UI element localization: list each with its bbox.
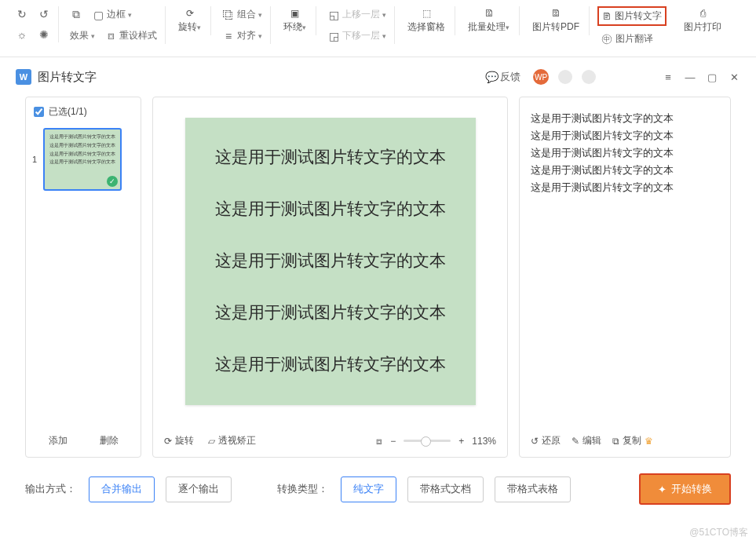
perspective-button[interactable]: ▱透视矫正: [208, 434, 256, 447]
border-label: 边框: [107, 8, 126, 21]
move-up-button[interactable]: ◱上移一层▾: [324, 6, 389, 23]
ribbon-group-transform: ⟳ 旋转▾: [169, 6, 211, 35]
feedback-button[interactable]: 💬反馈: [482, 68, 524, 86]
zoom-controls: ⧈ − + 113%: [376, 436, 496, 447]
align-label: 对齐: [237, 29, 256, 42]
rotate-button[interactable]: ⟳ 旋转▾: [173, 6, 206, 35]
menu-icon[interactable]: ≡: [662, 71, 674, 83]
maximize-icon[interactable]: ▢: [706, 71, 718, 83]
copy-button[interactable]: ⧉复制♛: [612, 434, 653, 447]
merge-output-button[interactable]: 合并输出: [89, 476, 155, 502]
rotate-tool-label: 旋转: [175, 434, 194, 447]
refresh-cw-icon[interactable]: ↻: [13, 6, 31, 22]
effects-label: 效果: [70, 29, 89, 42]
img-to-text-label: 图片转文字: [615, 9, 662, 23]
zoom-slider[interactable]: [404, 440, 451, 442]
restore-button[interactable]: ↺还原: [531, 434, 561, 447]
thumb-index: 1: [31, 155, 38, 164]
effects-button[interactable]: 效果▾: [67, 27, 98, 44]
output-mode-label: 输出方式：: [25, 482, 76, 496]
img-print-label: 图片打印: [684, 20, 721, 34]
restore-label: 还原: [542, 434, 561, 447]
ribbon-group-pdf: 🖺 图片转PDF: [523, 6, 590, 35]
avatar-placeholder-icon: [558, 70, 572, 84]
plain-text-button[interactable]: 纯文字: [341, 476, 396, 502]
each-output-button[interactable]: 逐个输出: [166, 476, 232, 502]
ribbon-group-wrap: ▣ 环绕▾: [274, 6, 316, 35]
move-down-label: 下移一层: [342, 29, 380, 42]
zoom-in-icon[interactable]: +: [458, 436, 464, 447]
fit-icon[interactable]: ⧈: [376, 436, 382, 447]
rotate-label: 旋转: [178, 21, 197, 32]
result-footer: ↺还原 ✎编辑 ⧉复制♛: [520, 425, 730, 457]
titlebar-right: 💬反馈 WP ≡ — ▢ ✕: [482, 68, 740, 86]
preview-line: 这是用于测试图片转文字的文本: [195, 250, 466, 272]
thumbnail-row[interactable]: 1 这是用于测试图片转文字的文本 这是用于测试图片转文字的文本 这是用于测试图片…: [26, 125, 141, 194]
batch-label: 批量处理: [468, 21, 506, 32]
preview-image: 这是用于测试图片转文字的文本 这是用于测试图片转文字的文本 这是用于测试图片转文…: [185, 118, 476, 405]
delete-button[interactable]: 删除: [100, 434, 119, 447]
add-button[interactable]: 添加: [49, 434, 68, 447]
result-line: 这是用于测试图片转文字的文本: [531, 144, 719, 162]
thumb-line: 这是用于测试图片转文字的文本: [48, 150, 117, 159]
ribbon-toolbar: ↻ ↺ ☼ ✺ ⧉ ▢边框▾ 效果▾ ⧈重设样式 ⟳ 旋转▾ ⿻组合▾ ≡对齐▾: [0, 0, 756, 57]
rotate-tool-button[interactable]: ⟳旋转: [164, 434, 194, 447]
formatted-table-button[interactable]: 带格式表格: [495, 476, 571, 502]
edit-icon: ✎: [572, 436, 579, 447]
reset-style-button[interactable]: ⧈重设样式: [101, 27, 160, 44]
avatar[interactable]: WP: [533, 69, 549, 85]
brightness-icon[interactable]: ✺: [35, 27, 53, 42]
ribbon-group-border: ⧉ ▢边框▾ 效果▾ ⧈重设样式: [62, 6, 166, 44]
select-pane-label: 选择窗格: [407, 20, 445, 34]
ribbon-group-arrange: ⿻组合▾ ≡对齐▾: [214, 6, 271, 44]
thumbnail-header: 已选(1/1): [26, 97, 141, 125]
result-line: 这是用于测试图片转文字的文本: [531, 110, 719, 127]
thumb-line: 这是用于测试图片转文字的文本: [48, 158, 117, 166]
select-pane-button[interactable]: ⬚ 选择窗格: [403, 6, 450, 35]
rotate-icon: ⟳: [164, 436, 172, 447]
minimize-icon[interactable]: —: [684, 71, 696, 83]
select-all-checkbox[interactable]: [34, 107, 44, 117]
ribbon-group-layer: ◱上移一层▾ ◲下移一层▾: [320, 6, 395, 44]
sun-icon[interactable]: ☼: [13, 27, 31, 42]
ribbon-group-select: ⬚ 选择窗格: [398, 6, 455, 35]
edit-button[interactable]: ✎编辑: [572, 434, 601, 447]
group-label: 组合: [237, 8, 256, 21]
img-print-button[interactable]: ⎙ 图片打印: [679, 6, 726, 35]
start-convert-label: 开始转换: [671, 482, 712, 496]
titlebar: W 图片转文字 💬反馈 WP ≡ — ▢ ✕: [0, 57, 756, 97]
selected-count: 已选(1/1): [49, 105, 87, 119]
crop-icon[interactable]: ⧉: [67, 7, 86, 23]
copy-icon: ⧉: [612, 436, 619, 447]
move-down-button[interactable]: ◲下移一层▾: [324, 27, 389, 44]
preview-line: 这是用于测试图片转文字的文本: [195, 301, 466, 323]
img-to-text-button[interactable]: 🖹图片转文字: [597, 6, 667, 26]
sparkle-icon: ✦: [658, 484, 667, 495]
img-translate-button[interactable]: ㊥图片翻译: [597, 31, 656, 47]
img-to-pdf-label: 图片转PDF: [532, 20, 579, 34]
formatted-doc-button[interactable]: 带格式文档: [407, 476, 484, 502]
align-button[interactable]: ≡对齐▾: [219, 27, 265, 44]
preview-body: 这是用于测试图片转文字的文本 这是用于测试图片转文字的文本 这是用于测试图片转文…: [153, 97, 507, 425]
wrap-button[interactable]: ▣ 环绕▾: [279, 6, 311, 35]
batch-button[interactable]: 🖻 批量处理▾: [463, 6, 514, 35]
border-button[interactable]: ▢边框▾: [89, 6, 135, 23]
workspace: 已选(1/1) 1 这是用于测试图片转文字的文本 这是用于测试图片转文字的文本 …: [0, 97, 756, 458]
thumb-line: 这是用于测试图片转文字的文本: [48, 141, 117, 150]
result-body: 这是用于测试图片转文字的文本 这是用于测试图片转文字的文本 这是用于测试图片转文…: [520, 97, 730, 425]
perspective-icon: ▱: [208, 436, 215, 447]
img-to-pdf-button[interactable]: 🖺 图片转PDF: [528, 6, 584, 35]
thumbnail-panel: 已选(1/1) 1 这是用于测试图片转文字的文本 这是用于测试图片转文字的文本 …: [25, 97, 141, 458]
thumbnail[interactable]: 这是用于测试图片转文字的文本 这是用于测试图片转文字的文本 这是用于测试图片转文…: [43, 128, 122, 191]
preview-line: 这是用于测试图片转文字的文本: [195, 146, 466, 168]
close-icon[interactable]: ✕: [728, 71, 740, 83]
thumb-line: 这是用于测试图片转文字的文本: [48, 133, 117, 141]
move-up-label: 上移一层: [342, 8, 380, 21]
reset-style-label: 重设样式: [119, 29, 157, 42]
refresh-ccw-icon[interactable]: ↺: [35, 6, 53, 22]
zoom-out-icon[interactable]: −: [390, 436, 396, 447]
convert-type-label: 转换类型：: [277, 482, 328, 496]
perspective-label: 透视矫正: [218, 434, 256, 447]
start-convert-button[interactable]: ✦ 开始转换: [639, 473, 731, 505]
group-button[interactable]: ⿻组合▾: [219, 6, 265, 23]
